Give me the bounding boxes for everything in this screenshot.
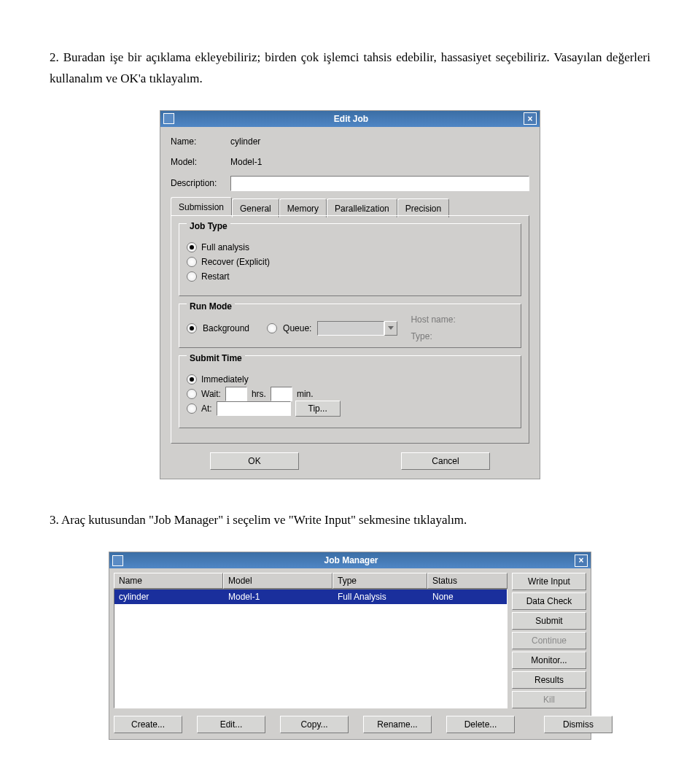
- description-input[interactable]: [230, 176, 529, 191]
- radio-background-label: Background: [203, 321, 249, 336]
- close-icon: ×: [578, 556, 583, 565]
- titlebar[interactable]: Edit Job ×: [160, 111, 540, 127]
- dismiss-button[interactable]: Dismiss: [544, 716, 612, 733]
- delete-button[interactable]: Delete...: [446, 716, 515, 733]
- rename-button[interactable]: Rename...: [363, 716, 432, 733]
- radio-at[interactable]: [187, 403, 197, 414]
- tip-button[interactable]: Tip...: [295, 401, 341, 417]
- close-button[interactable]: ×: [524, 112, 537, 125]
- figure-edit-job: Edit Job × Name: cylinder Model: Model-1…: [50, 110, 650, 479]
- wait-min-input[interactable]: [271, 387, 292, 401]
- wait-hours-input[interactable]: [225, 387, 247, 401]
- group-job-type: Job Type Full analysis Recover (Explicit…: [179, 223, 521, 296]
- figure-job-manager: Job Manager × Name Model Type Status cyl…: [50, 552, 650, 740]
- results-button[interactable]: Results: [512, 671, 586, 689]
- at-time-input[interactable]: [217, 401, 291, 416]
- radio-at-label: At:: [201, 401, 212, 416]
- cell-name: cylinder: [114, 590, 224, 604]
- chevron-down-icon: [388, 326, 394, 330]
- col-model[interactable]: Model: [223, 573, 332, 589]
- write-input-button[interactable]: Write Input: [512, 573, 586, 590]
- group-run-mode: Run Mode Background Queue: Host name:: [179, 304, 521, 347]
- legend-job-type: Job Type: [187, 219, 230, 233]
- job-list[interactable]: cylinder Model-1 Full Analysis None: [114, 589, 508, 708]
- paragraph-step-2: 2. Buradan işe bir açıklama ekleyebiliri…: [50, 47, 650, 90]
- create-button[interactable]: Create...: [114, 716, 182, 733]
- radio-queue[interactable]: [267, 323, 277, 333]
- col-type[interactable]: Type: [332, 573, 427, 589]
- min-label: min.: [297, 387, 314, 401]
- kill-button[interactable]: Kill: [512, 691, 586, 708]
- window-title: Edit Job: [179, 112, 524, 126]
- data-check-button[interactable]: Data Check: [512, 592, 586, 610]
- queue-dropdown-arrow[interactable]: [384, 321, 397, 336]
- description-label: Description:: [171, 176, 230, 190]
- close-icon: ×: [527, 115, 532, 123]
- continue-button[interactable]: Continue: [512, 632, 586, 649]
- tab-page-submission: Job Type Full analysis Recover (Explicit…: [171, 215, 529, 444]
- submit-button[interactable]: Submit: [512, 612, 586, 630]
- job-manager-window: Job Manager × Name Model Type Status cyl…: [109, 552, 591, 740]
- model-label: Model:: [171, 155, 230, 169]
- name-value: cylinder: [230, 134, 260, 149]
- radio-queue-label: Queue:: [283, 321, 311, 336]
- system-menu-icon[interactable]: [163, 113, 174, 124]
- legend-run-mode: Run Mode: [187, 299, 235, 314]
- radio-immediately-label: Immediately: [201, 372, 249, 387]
- legend-submit-time: Submit Time: [187, 351, 245, 366]
- radio-restart[interactable]: [187, 271, 197, 282]
- copy-button[interactable]: Copy...: [280, 716, 349, 733]
- radio-full-analysis-label: Full analysis: [201, 240, 249, 255]
- radio-full-analysis[interactable]: [187, 242, 197, 252]
- radio-recover-label: Recover (Explicit): [201, 255, 270, 269]
- close-button[interactable]: ×: [575, 554, 588, 567]
- host-name-label: Host name:: [411, 312, 455, 327]
- edit-button[interactable]: Edit...: [197, 716, 265, 733]
- column-headers: Name Model Type Status: [114, 573, 508, 589]
- tab-submission[interactable]: Submission: [171, 197, 232, 216]
- queue-select[interactable]: [317, 321, 384, 336]
- cell-type: Full Analysis: [333, 590, 428, 604]
- group-submit-time: Submit Time Immediately Wait: hrs. min.: [179, 355, 521, 428]
- cell-status: None: [428, 590, 507, 604]
- titlebar[interactable]: Job Manager ×: [109, 552, 591, 568]
- cell-model: Model-1: [224, 590, 333, 604]
- radio-background[interactable]: [187, 323, 197, 333]
- hours-label: hrs.: [252, 387, 266, 401]
- radio-immediately[interactable]: [187, 374, 197, 384]
- paragraph-step-3: 3. Araç kutusundan "Job Manager" i seçel…: [50, 510, 650, 531]
- monitor-button[interactable]: Monitor...: [512, 652, 586, 669]
- queue-type-label: Type:: [411, 329, 455, 344]
- col-status[interactable]: Status: [427, 573, 508, 589]
- radio-wait[interactable]: [187, 389, 197, 399]
- model-value: Model-1: [230, 155, 262, 169]
- window-title: Job Manager: [128, 553, 575, 568]
- radio-recover[interactable]: [187, 257, 197, 267]
- tab-bar: Submission General Memory Parallelizatio…: [171, 197, 529, 216]
- table-row[interactable]: cylinder Model-1 Full Analysis None: [114, 590, 507, 604]
- radio-wait-label: Wait:: [201, 387, 221, 401]
- col-name[interactable]: Name: [114, 573, 223, 589]
- ok-button[interactable]: OK: [210, 452, 299, 470]
- edit-job-window: Edit Job × Name: cylinder Model: Model-1…: [160, 110, 540, 479]
- radio-restart-label: Restart: [201, 269, 230, 284]
- cancel-button[interactable]: Cancel: [401, 452, 490, 470]
- name-label: Name:: [171, 134, 230, 149]
- system-menu-icon[interactable]: [112, 555, 123, 566]
